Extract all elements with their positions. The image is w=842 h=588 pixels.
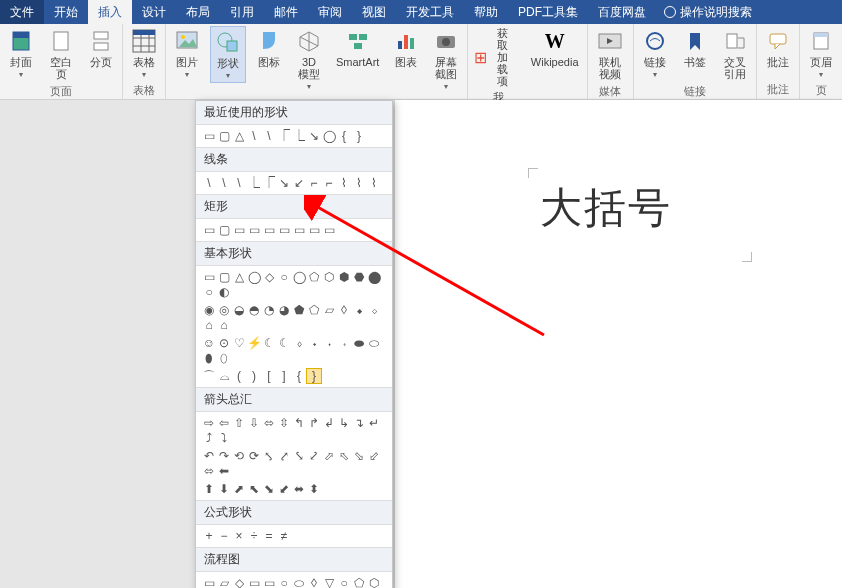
- shape-item[interactable]: ↶: [202, 449, 216, 463]
- shape-item[interactable]: {: [337, 129, 351, 143]
- shape-item[interactable]: ⬊: [262, 482, 276, 496]
- shape-item[interactable]: ⬮: [202, 351, 216, 365]
- shape-item[interactable]: ▢: [217, 270, 231, 284]
- document-textbox[interactable]: 大括号: [540, 180, 740, 250]
- shape-item[interactable]: ⤤: [277, 449, 291, 463]
- tell-me-search[interactable]: 操作说明搜索: [664, 4, 752, 21]
- shape-item[interactable]: \: [232, 176, 246, 190]
- shape-item[interactable]: ☺: [202, 336, 216, 350]
- shape-item[interactable]: ◊: [307, 576, 321, 588]
- shape-item[interactable]: ⤦: [307, 449, 321, 463]
- tab-developer[interactable]: 开发工具: [396, 0, 464, 24]
- tab-mailings[interactable]: 邮件: [264, 0, 308, 24]
- shape-item[interactable]: ⤴: [202, 431, 216, 445]
- shape-item[interactable]: ◓: [247, 303, 261, 317]
- shape-item[interactable]: }: [352, 129, 366, 143]
- shape-item[interactable]: ⬣: [352, 270, 366, 284]
- shape-item[interactable]: ⇨: [202, 416, 216, 430]
- shape-item[interactable]: ◇: [232, 576, 246, 588]
- shape-item[interactable]: +: [202, 529, 216, 543]
- shape-item[interactable]: ⬬: [352, 336, 366, 350]
- shape-item[interactable]: \: [247, 129, 261, 143]
- shape-item[interactable]: ⇦: [217, 416, 231, 430]
- shape-item[interactable]: ⤵: [217, 431, 231, 445]
- shape-item[interactable]: ⚡: [247, 336, 261, 350]
- shape-item[interactable]: (: [232, 369, 246, 383]
- shape-item[interactable]: ⬡: [367, 576, 381, 588]
- shape-item[interactable]: ⇧: [232, 416, 246, 430]
- shape-item[interactable]: ⬫: [337, 336, 351, 350]
- shape-item[interactable]: ]: [277, 369, 291, 383]
- table-button[interactable]: 表格▾: [127, 26, 161, 81]
- shape-item[interactable]: ▭: [202, 129, 216, 143]
- shape-item[interactable]: ⌇: [337, 176, 351, 190]
- shape-item[interactable]: ↷: [217, 449, 231, 463]
- tab-layout[interactable]: 布局: [176, 0, 220, 24]
- smartart-button[interactable]: SmartArt: [332, 26, 383, 70]
- 3d-model-button[interactable]: 3D 模型▾: [292, 26, 326, 93]
- chart-button[interactable]: 图表: [389, 26, 423, 70]
- shape-item[interactable]: ⬇: [217, 482, 231, 496]
- shape-item[interactable]: ▭: [202, 576, 216, 588]
- shape-item[interactable]: ⬀: [322, 449, 336, 463]
- shape-item[interactable]: ◯: [247, 270, 261, 284]
- cover-page-button[interactable]: 封面▾: [4, 26, 38, 81]
- shape-item[interactable]: ◒: [232, 303, 246, 317]
- shape-item[interactable]: ⬄: [262, 416, 276, 430]
- shape-item[interactable]: ⤥: [292, 449, 306, 463]
- header-button[interactable]: 页眉▾: [804, 26, 838, 81]
- shape-item[interactable]: ⬯: [217, 351, 231, 365]
- shape-item[interactable]: ▽: [322, 576, 336, 588]
- shape-item[interactable]: ⎿: [292, 129, 306, 143]
- shapes-button[interactable]: 形状▾: [210, 26, 246, 83]
- shape-item[interactable]: ⬉: [247, 482, 261, 496]
- shape-item[interactable]: ×: [232, 529, 246, 543]
- shape-item[interactable]: ⬥: [352, 303, 366, 317]
- shape-item[interactable]: ⬟: [292, 303, 306, 317]
- shape-item[interactable]: ▭: [262, 223, 276, 237]
- shape-item[interactable]: ▭: [262, 576, 276, 588]
- shape-item[interactable]: \: [262, 129, 276, 143]
- shape-item[interactable]: ⬠: [307, 303, 321, 317]
- shape-item[interactable]: ↘: [277, 176, 291, 190]
- tab-file[interactable]: 文件: [0, 0, 44, 24]
- shape-item[interactable]: ⬡: [322, 270, 336, 284]
- shape-item[interactable]: ◯: [322, 129, 336, 143]
- page-break-button[interactable]: 分页: [84, 26, 118, 70]
- shape-item[interactable]: ⌐: [322, 176, 336, 190]
- shape-item[interactable]: ⤣: [262, 449, 276, 463]
- shape-item[interactable]: ▭: [202, 223, 216, 237]
- shape-item[interactable]: ⬭: [367, 336, 381, 350]
- shape-item[interactable]: ⬃: [367, 449, 381, 463]
- shape-item[interactable]: ⌐: [307, 176, 321, 190]
- crossref-button[interactable]: 交叉引用: [718, 26, 752, 82]
- shape-item[interactable]: △: [232, 270, 246, 284]
- shape-item[interactable]: ↘: [307, 129, 321, 143]
- shape-item[interactable]: ▭: [292, 223, 306, 237]
- shape-item[interactable]: ⌇: [367, 176, 381, 190]
- shape-item[interactable]: ▭: [307, 223, 321, 237]
- shape-item[interactable]: ⬨: [292, 336, 306, 350]
- shape-item[interactable]: ⌒: [202, 369, 216, 383]
- shape-item[interactable]: ⬌: [292, 482, 306, 496]
- shape-item[interactable]: ☾: [262, 336, 276, 350]
- tab-home[interactable]: 开始: [44, 0, 88, 24]
- tab-review[interactable]: 审阅: [308, 0, 352, 24]
- shape-item[interactable]: ◕: [277, 303, 291, 317]
- comment-button[interactable]: 批注: [761, 26, 795, 70]
- shape-item[interactable]: ↙: [292, 176, 306, 190]
- shape-item[interactable]: ♡: [232, 336, 246, 350]
- shape-item[interactable]: ↰: [292, 416, 306, 430]
- shape-item[interactable]: ⬅: [217, 464, 231, 478]
- shape-item[interactable]: ◎: [217, 303, 231, 317]
- shape-item[interactable]: [: [262, 369, 276, 383]
- shape-item[interactable]: ○: [277, 576, 291, 588]
- tab-view[interactable]: 视图: [352, 0, 396, 24]
- shape-item[interactable]: ▭: [247, 576, 261, 588]
- shape-item[interactable]: ▭: [202, 270, 216, 284]
- tab-references[interactable]: 引用: [220, 0, 264, 24]
- shape-item[interactable]: ⌂: [217, 318, 231, 332]
- shape-item[interactable]: △: [232, 129, 246, 143]
- shape-item[interactable]: ⊙: [217, 336, 231, 350]
- shape-item[interactable]: ○: [202, 285, 216, 299]
